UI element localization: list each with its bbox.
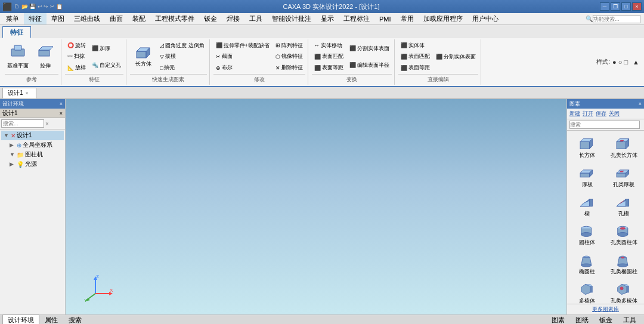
ribbon-btn-customhole[interactable]: 🔩自定义孔 — [89, 60, 123, 70]
menu-item-sketch[interactable]: 草图 — [47, 13, 69, 24]
tree-search-clear[interactable]: × — [45, 121, 49, 127]
doc-tab-close[interactable]: × — [26, 90, 29, 96]
tree-item-coord[interactable]: ▶ ⊕ 全局坐标系 — [1, 140, 64, 150]
function-search-input[interactable] — [593, 15, 640, 23]
collapse-btn[interactable]: ▲ — [633, 58, 639, 66]
menu-item-smart[interactable]: 智能设计批注 — [267, 13, 316, 24]
ribbon-btn-baseplane[interactable]: 基准平面 — [5, 40, 31, 73]
ribbon-group-directedit: ⬛实体体 ⬛表面匹配 ⬛表面等距 ⬛分割实体表面 直接编辑 — [396, 39, 481, 85]
right-panel-close[interactable]: × — [639, 101, 642, 107]
ribbon-btn-editradius[interactable]: ⬛编辑表面半径 — [347, 60, 392, 70]
tree-coord-expand: ▶ — [10, 142, 16, 148]
ribbon-btn-solidbody[interactable]: ⬛实体体 — [398, 40, 432, 51]
tree-item-light[interactable]: ▶ 💡 光源 — [1, 159, 64, 169]
status-tab-property[interactable]: 属性 — [39, 314, 63, 324]
menu-item-weld[interactable]: 焊接 — [222, 13, 244, 24]
ribbon-btn-extpart[interactable]: ⬛拉伸零件+装配缺省 — [213, 40, 272, 51]
ribbon-btn-loft[interactable]: 📐放样 — [65, 63, 88, 73]
left-panel-close[interactable]: × — [60, 101, 63, 107]
shape-item-poly[interactable]: 多棱体 — [569, 279, 605, 304]
ribbon-btn-facematch[interactable]: ⬛表面匹配 — [312, 51, 346, 62]
shape-item-slab[interactable]: 厚板 — [569, 162, 605, 190]
rp-save-btn[interactable]: 保存 — [596, 110, 606, 118]
shape-item-cylinder[interactable]: 圆柱体 — [569, 220, 605, 248]
ribbon-tab-feature[interactable]: 特征 — [2, 26, 31, 38]
rp-open-btn[interactable]: 打开 — [583, 110, 593, 118]
menu-item-usercenter[interactable]: 用户中心 — [467, 13, 503, 24]
status-tab-search[interactable]: 搜索 — [63, 314, 87, 324]
status-tab-shapes[interactable]: 图素 — [546, 314, 570, 324]
status-tab-tools[interactable]: 工具 — [618, 314, 642, 324]
tree-close-btn[interactable]: × — [60, 110, 63, 116]
ribbon-btn-extrude[interactable]: 拉伸 — [32, 40, 58, 73]
rp-footer-link[interactable]: 更多图素库 — [567, 304, 644, 314]
menu-item-pmi[interactable]: PMI — [374, 13, 396, 24]
ribbon-btn-splitface2[interactable]: ⬛分割实体表面 — [434, 51, 478, 62]
ribbon-btn-bool[interactable]: ⊕布尔 — [213, 63, 272, 73]
ribbon-btn-shell[interactable]: □抽壳 — [157, 63, 207, 73]
ribbon-btn-array[interactable]: ⊞阵列特征 — [273, 40, 305, 51]
status-tab-drawing[interactable]: 图纸 — [570, 314, 594, 324]
shape-item-wedge[interactable]: 楔 — [569, 192, 605, 220]
menu-item-feature[interactable]: 特征 — [24, 13, 47, 24]
menu-item-engineering[interactable]: 工程模式零件 — [150, 13, 199, 24]
ribbon-btn-box[interactable]: 长方体 — [130, 40, 156, 73]
shape-item-hole-slab[interactable]: 孔类厚板 — [606, 162, 642, 190]
tree-search-input[interactable] — [1, 119, 44, 128]
svg-rect-23 — [580, 173, 589, 177]
menu-item-3dcurve[interactable]: 三维曲线 — [69, 13, 105, 24]
menu-item-display[interactable]: 显示 — [316, 13, 339, 24]
close-button[interactable]: × — [632, 2, 642, 11]
doc-tab-design1[interactable]: 设计1 × — [2, 88, 36, 98]
ribbon-btn-splitface[interactable]: ⬛分割实体表面 — [347, 43, 392, 54]
hole-slab-shape-label: 孔类厚板 — [613, 181, 634, 188]
quick-access-bar[interactable]: 🗋 📂 💾 ↩ ↪ ✂ 📋 — [14, 4, 63, 10]
menu-item-surface[interactable]: 曲面 — [105, 13, 128, 24]
tree-item-design1[interactable]: ▼ ✕ 设计1 — [1, 131, 64, 140]
menu-item-common[interactable]: 常用 — [396, 13, 419, 24]
status-tab-sheetmetal[interactable]: 钣金 — [594, 314, 618, 324]
ribbon-btn-section[interactable]: ✂截面 — [213, 51, 272, 62]
ribbon-btn-faceoffset[interactable]: ⬛表面等距 — [312, 63, 346, 73]
ribbon-btn-mirror[interactable]: ⬡镜像特征 — [273, 51, 305, 62]
menu-item-menu[interactable]: 菜单 — [1, 13, 24, 24]
right-panel-search-input[interactable] — [569, 121, 640, 129]
svg-point-54 — [621, 257, 624, 259]
shape-item-hole-poly[interactable]: 孔类多棱体 — [606, 279, 642, 304]
ribbon-btn-solidmove[interactable]: ↔实体移动 — [312, 40, 346, 51]
minimize-button[interactable]: ─ — [600, 2, 609, 11]
shape-item-hole-cylinder[interactable]: 孔类圆柱体 — [606, 220, 642, 248]
rp-close-btn[interactable]: 关闭 — [609, 110, 620, 118]
ribbon-btn-revolve[interactable]: ⭕旋转 — [65, 40, 88, 51]
ribbon-btn-draft[interactable]: ▽拔模 — [157, 51, 207, 62]
ribbon-btn-sweep[interactable]: 〰扫掠 — [65, 51, 88, 62]
menu-item-tools[interactable]: 工具 — [244, 13, 267, 24]
status-tab-design[interactable]: 设计环境 — [2, 314, 39, 324]
svg-text:X: X — [110, 288, 113, 293]
bool-label: 布尔 — [222, 64, 233, 72]
canvas-area[interactable]: Z X Y — [66, 99, 566, 314]
ribbon-btn-faceoffset2[interactable]: ⬛表面等距 — [398, 63, 432, 73]
menu-item-engmark[interactable]: 工程标注 — [339, 13, 374, 24]
rp-new-btn[interactable]: 新建 — [569, 110, 580, 118]
menu-item-addapp[interactable]: 加载应用程序 — [419, 13, 467, 24]
ribbon-tabs: 特征 — [0, 25, 644, 38]
menu-item-sheetmetal[interactable]: 钣金 — [199, 13, 222, 24]
tree-item-folder[interactable]: ▼ 📁 图柱机 — [1, 150, 64, 159]
restore-button[interactable]: ❐ — [611, 2, 620, 11]
shape-item-hole-wedge[interactable]: 孔楔 — [606, 192, 642, 220]
shape-item-hole-box[interactable]: 孔类长方体 — [606, 133, 642, 161]
shape-item-box[interactable]: 长方体 — [569, 133, 605, 161]
maximize-button[interactable]: □ — [621, 2, 631, 11]
ribbon-btn-facematch2[interactable]: ⬛表面匹配 — [398, 51, 432, 62]
ribbon-btn-delete[interactable]: ✕删除特征 — [273, 63, 305, 73]
poly-shape-icon — [578, 281, 597, 298]
menu-item-assembly[interactable]: 装配 — [128, 13, 150, 24]
ribbon-btn-thicken[interactable]: ⬛加厚 — [89, 43, 123, 54]
right-panel-actions: 新建 打开 保存 关闭 — [567, 109, 644, 119]
doc-tab-label: 设计1 — [8, 89, 23, 97]
style-options[interactable]: ● ○ □ — [612, 58, 628, 66]
shape-item-hole-cone[interactable]: 孔类椭圆柱 — [606, 249, 642, 277]
ribbon-btn-chamfer[interactable]: ◿圆角过度 边倒角 — [157, 40, 207, 51]
shape-item-cone[interactable]: 椭圆柱 — [569, 249, 605, 277]
